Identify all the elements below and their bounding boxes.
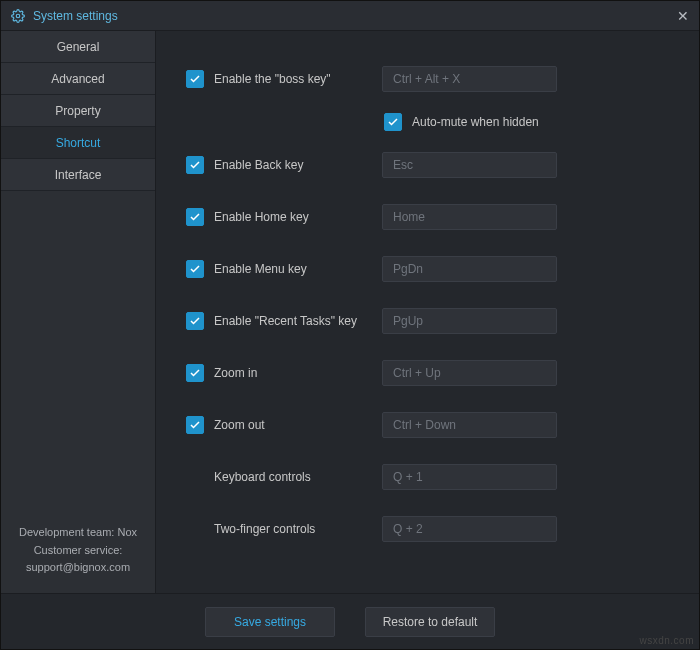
- checkbox-zoomin[interactable]: [186, 364, 204, 382]
- label-automute: Auto-mute when hidden: [412, 115, 539, 129]
- label-menu: Enable Menu key: [214, 262, 374, 276]
- row-zoomout: Zoom out Ctrl + Down: [156, 399, 699, 451]
- row-recent: Enable "Recent Tasks" key PgUp: [156, 295, 699, 347]
- tab-general[interactable]: General: [1, 31, 155, 63]
- checkbox-recent[interactable]: [186, 312, 204, 330]
- sidebar-footer: Development team: Nox Customer service: …: [1, 514, 155, 593]
- label-home: Enable Home key: [214, 210, 374, 224]
- label-recent: Enable "Recent Tasks" key: [214, 314, 374, 328]
- footer-service-email: support@bignox.com: [9, 559, 147, 577]
- content-panel: Enable the "boss key" Ctrl + Alt + X Aut…: [156, 31, 699, 593]
- settings-window: System settings ✕ General Advanced Prope…: [0, 0, 700, 650]
- keyfield-recent[interactable]: PgUp: [382, 308, 557, 334]
- label-zoomout: Zoom out: [214, 418, 374, 432]
- row-bosskey: Enable the "boss key" Ctrl + Alt + X: [156, 53, 699, 105]
- window-title: System settings: [33, 9, 677, 23]
- row-back: Enable Back key Esc: [156, 139, 699, 191]
- keyfield-keyboard[interactable]: Q + 1: [382, 464, 557, 490]
- checkbox-automute[interactable]: [384, 113, 402, 131]
- row-zoomin: Zoom in Ctrl + Up: [156, 347, 699, 399]
- keyfield-twofinger[interactable]: Q + 2: [382, 516, 557, 542]
- label-bosskey: Enable the "boss key": [214, 72, 374, 86]
- keyfield-zoomout[interactable]: Ctrl + Down: [382, 412, 557, 438]
- save-button[interactable]: Save settings: [205, 607, 335, 637]
- row-automute: Auto-mute when hidden: [156, 105, 699, 139]
- keyfield-zoomin[interactable]: Ctrl + Up: [382, 360, 557, 386]
- label-zoomin: Zoom in: [214, 366, 374, 380]
- checkbox-menu[interactable]: [186, 260, 204, 278]
- titlebar: System settings ✕: [1, 1, 699, 31]
- checkbox-bosskey[interactable]: [186, 70, 204, 88]
- checkbox-zoomout[interactable]: [186, 416, 204, 434]
- label-twofinger: Two-finger controls: [214, 522, 374, 536]
- sidebar: General Advanced Property Shortcut Inter…: [1, 31, 156, 593]
- svg-point-0: [16, 14, 20, 18]
- row-keyboard: Keyboard controls Q + 1: [156, 451, 699, 503]
- footer-dev-team: Development team: Nox: [9, 524, 147, 542]
- row-menu: Enable Menu key PgDn: [156, 243, 699, 295]
- close-icon[interactable]: ✕: [677, 8, 689, 24]
- window-body: General Advanced Property Shortcut Inter…: [1, 31, 699, 593]
- checkbox-home[interactable]: [186, 208, 204, 226]
- keyfield-home[interactable]: Home: [382, 204, 557, 230]
- watermark: wsxdn.com: [639, 635, 694, 646]
- sidebar-tabs: General Advanced Property Shortcut Inter…: [1, 31, 155, 191]
- gear-icon: [11, 9, 25, 23]
- keyfield-back[interactable]: Esc: [382, 152, 557, 178]
- tab-interface[interactable]: Interface: [1, 159, 155, 191]
- tab-advanced[interactable]: Advanced: [1, 63, 155, 95]
- footer-bar: Save settings Restore to default: [1, 593, 699, 649]
- keyfield-menu[interactable]: PgDn: [382, 256, 557, 282]
- checkbox-back[interactable]: [186, 156, 204, 174]
- label-back: Enable Back key: [214, 158, 374, 172]
- row-twofinger: Two-finger controls Q + 2: [156, 503, 699, 555]
- row-home: Enable Home key Home: [156, 191, 699, 243]
- tab-shortcut[interactable]: Shortcut: [1, 127, 155, 159]
- tab-property[interactable]: Property: [1, 95, 155, 127]
- label-keyboard: Keyboard controls: [214, 470, 374, 484]
- keyfield-bosskey[interactable]: Ctrl + Alt + X: [382, 66, 557, 92]
- footer-service-label: Customer service:: [9, 542, 147, 560]
- restore-button[interactable]: Restore to default: [365, 607, 495, 637]
